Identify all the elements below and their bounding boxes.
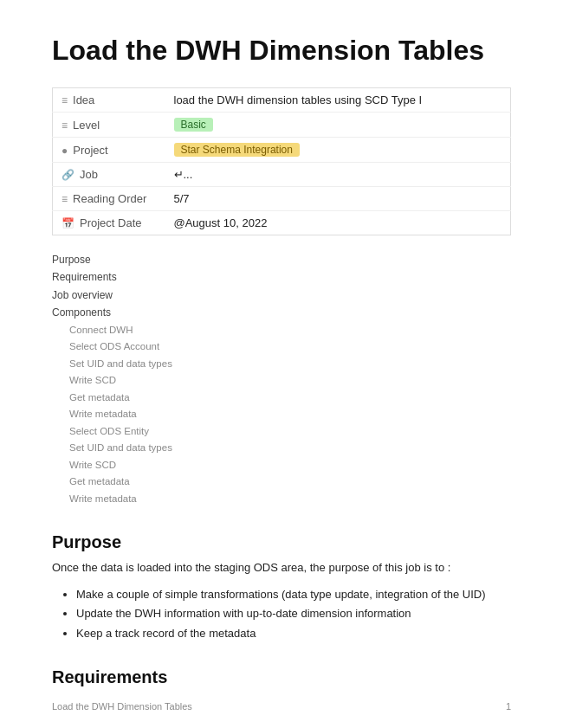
- purpose-bullets: Make a couple of simple transformations …: [52, 585, 511, 642]
- info-row: ≡Reading Order5/7: [53, 187, 511, 211]
- toc-main-item[interactable]: Job overview: [52, 287, 511, 304]
- toc-sub-item[interactable]: Get metadata: [52, 390, 511, 407]
- info-row: 🔗Job↵...: [53, 163, 511, 187]
- toc-sub-item[interactable]: Write metadata: [52, 491, 511, 508]
- toc-main-item[interactable]: Components: [52, 304, 511, 321]
- purpose-bullet: Make a couple of simple transformations …: [76, 585, 511, 604]
- purpose-intro: Once the data is loaded into the staging…: [52, 559, 511, 577]
- table-of-contents: PurposeRequirementsJob overviewComponent…: [52, 251, 511, 508]
- info-row: ≡LevelBasic: [53, 113, 511, 138]
- info-row: 📅Project Date@August 10, 2022: [53, 211, 511, 235]
- toc-sub-item[interactable]: Get metadata: [52, 474, 511, 491]
- requirements-heading: Requirements: [52, 667, 511, 687]
- footer-label: Load the DWH Dimension Tables: [52, 701, 192, 712]
- purpose-bullet: Update the DWH information with up-to-da…: [76, 604, 511, 623]
- page-title: Load the DWH Dimension Tables: [52, 35, 511, 67]
- toc-main-item[interactable]: Purpose: [52, 251, 511, 268]
- row-icon: ●: [61, 145, 68, 157]
- purpose-bullet: Keep a track record of the metadata: [76, 624, 511, 643]
- toc-sub-item[interactable]: Connect DWH: [52, 322, 511, 339]
- info-label: ≡Idea: [53, 88, 165, 113]
- toc-sub-item[interactable]: Write SCD: [52, 372, 511, 390]
- info-row: ●ProjectStar Schema Integration: [53, 138, 511, 163]
- info-label: ≡Reading Order: [53, 187, 165, 211]
- info-label: ●Project: [53, 138, 165, 163]
- row-icon: 📅: [61, 217, 74, 229]
- info-label: ≡Level: [53, 113, 165, 138]
- row-icon: 🔗: [61, 169, 74, 181]
- info-value: Star Schema Integration: [165, 138, 511, 163]
- badge-basic: Basic: [174, 118, 213, 132]
- info-row: ≡Ideaload the DWH dimension tables using…: [53, 88, 511, 113]
- toc-sub-item[interactable]: Write metadata: [52, 406, 511, 423]
- badge-project: Star Schema Integration: [174, 143, 300, 157]
- toc-sub-item[interactable]: Select ODS Account: [52, 338, 511, 356]
- info-value: 5/7: [165, 187, 511, 211]
- info-value: ↵...: [165, 163, 511, 187]
- footer-page: 1: [506, 701, 511, 712]
- page-footer: Load the DWH Dimension Tables 1: [0, 701, 563, 712]
- purpose-heading: Purpose: [52, 532, 511, 552]
- toc-sub-item[interactable]: Set UID and data types: [52, 356, 511, 373]
- info-value: Basic: [165, 113, 511, 138]
- row-icon: ≡: [61, 94, 68, 106]
- toc-main-item[interactable]: Requirements: [52, 268, 511, 286]
- info-value: load the DWH dimension tables using SCD …: [165, 88, 511, 113]
- toc-sub-item[interactable]: Write SCD: [52, 457, 511, 474]
- row-icon: ≡: [61, 119, 68, 132]
- page: Load the DWH Dimension Tables ≡Ideaload …: [0, 0, 563, 728]
- toc-sub-item[interactable]: Select ODS Entity: [52, 423, 511, 441]
- info-table: ≡Ideaload the DWH dimension tables using…: [52, 87, 511, 235]
- row-icon: ≡: [61, 193, 68, 205]
- info-label: 📅Project Date: [53, 211, 165, 235]
- toc-sub-item[interactable]: Set UID and data types: [52, 440, 511, 457]
- info-value: @August 10, 2022: [165, 211, 511, 235]
- info-label: 🔗Job: [53, 163, 165, 187]
